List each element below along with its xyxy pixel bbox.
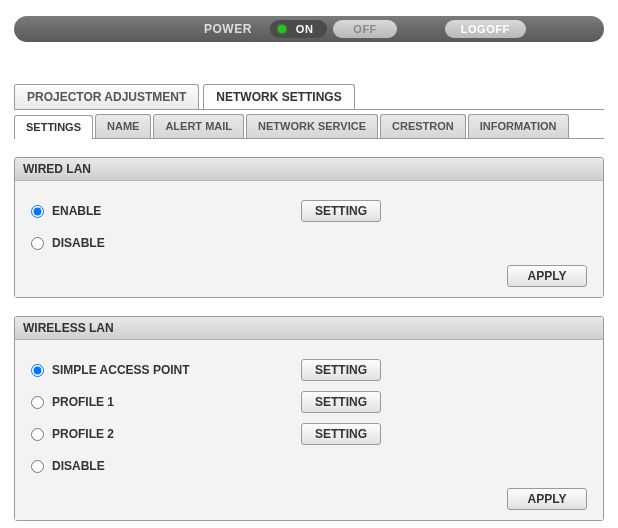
wireless-profile2-row: PROFILE 2 SETTING: [31, 418, 587, 450]
wireless-profile1-setting-button[interactable]: SETTING: [301, 391, 381, 413]
wireless-lan-body: SIMPLE ACCESS POINT SETTING PROFILE 1 SE…: [15, 340, 603, 520]
wireless-sap-row: SIMPLE ACCESS POINT SETTING: [31, 354, 587, 386]
top-bar: POWER ON OFF LOGOFF: [14, 16, 604, 42]
wired-lan-panel: WIRED LAN ENABLE SETTING DISABLE APPLY: [14, 157, 604, 298]
wired-apply-row: APPLY: [31, 259, 587, 287]
wireless-sap-radio[interactable]: [31, 364, 44, 377]
subtab-alert-mail[interactable]: ALERT MAIL: [153, 114, 244, 138]
subtab-information[interactable]: INFORMATION: [468, 114, 569, 138]
wireless-profile1-label[interactable]: PROFILE 1: [31, 395, 301, 409]
wired-enable-text: ENABLE: [52, 204, 101, 218]
power-label: POWER: [204, 22, 252, 36]
sub-tabs: SETTINGS NAME ALERT MAIL NETWORK SERVICE…: [14, 114, 604, 139]
wireless-apply-row: APPLY: [31, 482, 587, 510]
power-led-icon: [278, 25, 286, 33]
wired-disable-row: DISABLE: [31, 227, 587, 259]
power-on-label: ON: [296, 23, 314, 35]
wired-disable-radio[interactable]: [31, 237, 44, 250]
wired-lan-body: ENABLE SETTING DISABLE APPLY: [15, 181, 603, 297]
tab-network-settings[interactable]: NETWORK SETTINGS: [203, 84, 354, 109]
wireless-profile2-radio[interactable]: [31, 428, 44, 441]
wireless-disable-text: DISABLE: [52, 459, 105, 473]
wired-disable-text: DISABLE: [52, 236, 105, 250]
wireless-profile2-setting-button[interactable]: SETTING: [301, 423, 381, 445]
wired-disable-label[interactable]: DISABLE: [31, 236, 301, 250]
tab-projector-adjustment[interactable]: PROJECTOR ADJUSTMENT: [14, 84, 199, 109]
wireless-sap-label[interactable]: SIMPLE ACCESS POINT: [31, 363, 301, 377]
wireless-profile2-label[interactable]: PROFILE 2: [31, 427, 301, 441]
wireless-sap-text: SIMPLE ACCESS POINT: [52, 363, 190, 377]
subtab-network-service[interactable]: NETWORK SERVICE: [246, 114, 378, 138]
wireless-profile1-text: PROFILE 1: [52, 395, 114, 409]
wireless-profile2-text: PROFILE 2: [52, 427, 114, 441]
wired-lan-title: WIRED LAN: [15, 158, 603, 181]
wireless-profile1-row: PROFILE 1 SETTING: [31, 386, 587, 418]
wired-enable-radio[interactable]: [31, 205, 44, 218]
wired-enable-row: ENABLE SETTING: [31, 195, 587, 227]
power-on-button[interactable]: ON: [270, 20, 328, 38]
wireless-lan-panel: WIRELESS LAN SIMPLE ACCESS POINT SETTING…: [14, 316, 604, 521]
subtab-name[interactable]: NAME: [95, 114, 151, 138]
wireless-lan-title: WIRELESS LAN: [15, 317, 603, 340]
wired-apply-button[interactable]: APPLY: [507, 265, 587, 287]
logoff-button[interactable]: LOGOFF: [445, 20, 526, 38]
wireless-sap-setting-button[interactable]: SETTING: [301, 359, 381, 381]
wired-setting-button[interactable]: SETTING: [301, 200, 381, 222]
wireless-disable-radio[interactable]: [31, 460, 44, 473]
wireless-apply-button[interactable]: APPLY: [507, 488, 587, 510]
main-tabs: PROJECTOR ADJUSTMENT NETWORK SETTINGS: [14, 84, 604, 110]
power-off-label: OFF: [353, 23, 377, 35]
wireless-disable-row: DISABLE: [31, 450, 587, 482]
subtab-crestron[interactable]: CRESTRON: [380, 114, 466, 138]
wired-enable-label[interactable]: ENABLE: [31, 204, 301, 218]
power-off-button[interactable]: OFF: [333, 20, 397, 38]
wireless-profile1-radio[interactable]: [31, 396, 44, 409]
wireless-disable-label[interactable]: DISABLE: [31, 459, 301, 473]
subtab-settings[interactable]: SETTINGS: [14, 115, 93, 139]
logoff-label: LOGOFF: [461, 23, 510, 35]
